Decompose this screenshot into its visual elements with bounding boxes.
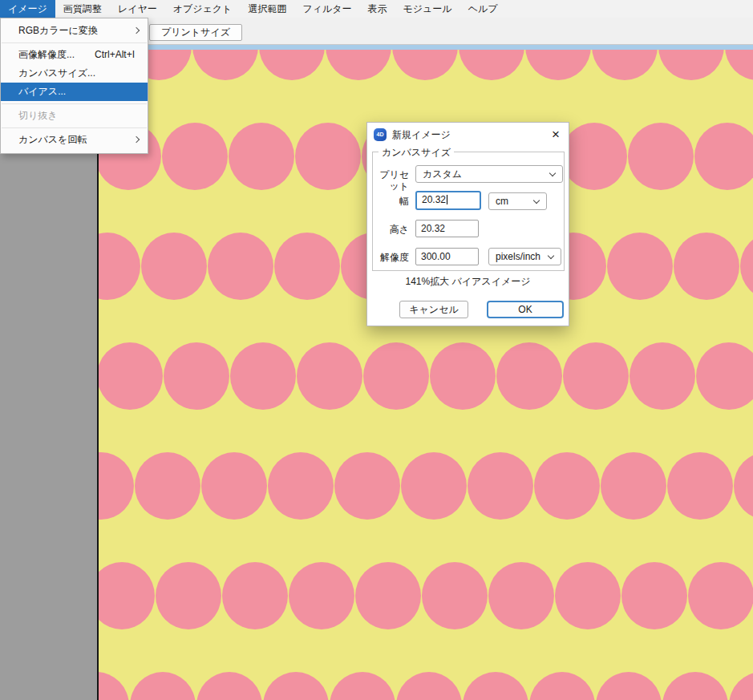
pattern-dot: [658, 45, 724, 80]
pattern-dot: [488, 562, 554, 629]
pattern-dot: [662, 672, 728, 700]
menu-item-label: バイアス...: [18, 86, 66, 97]
menu-adjust[interactable]: 画質調整: [55, 0, 110, 18]
pattern-dot: [525, 45, 591, 80]
pattern-dot: [222, 562, 288, 629]
ok-button[interactable]: OK: [487, 301, 564, 318]
chevron-down-icon: [548, 253, 554, 259]
pattern-dot: [201, 452, 267, 520]
text-caret: [447, 195, 447, 204]
submenu-arrow-icon: [133, 27, 140, 34]
pattern-dot: [601, 452, 666, 520]
height-field[interactable]: 20.32: [415, 220, 479, 237]
pattern-dot: [534, 452, 600, 520]
menu-selection[interactable]: 選択範囲: [240, 0, 294, 18]
pattern-dot: [468, 452, 533, 520]
pattern-dot: [263, 672, 329, 700]
pattern-dot: [289, 562, 354, 629]
width-unit-select[interactable]: cm: [488, 192, 547, 210]
pattern-dot: [555, 562, 621, 629]
pattern-dot: [135, 452, 200, 520]
pattern-dot: [297, 342, 362, 410]
pattern-dot: [529, 672, 595, 700]
resolution-value: 300.00: [421, 251, 451, 262]
menu-module[interactable]: モジュール: [395, 0, 460, 18]
group-label: カンバスサイズ: [379, 146, 454, 160]
menu-item-label: カンバスを回転: [18, 134, 87, 145]
pattern-dot: [99, 672, 129, 700]
pattern-dot: [99, 562, 155, 629]
pattern-dot: [162, 123, 228, 190]
pattern-dot: [694, 123, 753, 190]
pattern-dot: [628, 123, 694, 190]
menu-item-image-resolution[interactable]: 画像解像度... Ctrl+Alt+I: [1, 46, 148, 64]
height-label: 高さ: [370, 224, 409, 235]
width-value: 20.32: [422, 194, 446, 205]
image-menu-dropdown: RGBカラーに変換 画像解像度... Ctrl+Alt+I カンバスサイズ...…: [0, 18, 148, 154]
result-info-text: 141%拡大 バイアスイメージ: [367, 275, 569, 289]
menu-separator: [2, 127, 147, 128]
pattern-dot: [688, 562, 753, 629]
pattern-dot: [734, 452, 753, 520]
pattern-dot: [729, 672, 753, 700]
pattern-dot: [192, 45, 258, 80]
pattern-dot: [563, 342, 629, 410]
pattern-dot: [621, 562, 687, 629]
cancel-button[interactable]: キャンセル: [399, 301, 468, 318]
menu-layer[interactable]: レイヤー: [110, 0, 165, 18]
pattern-dot: [130, 672, 196, 700]
menu-view[interactable]: 表示: [360, 0, 395, 18]
pattern-dot: [230, 342, 296, 410]
menu-item-canvas-size[interactable]: カンバスサイズ...: [1, 64, 148, 83]
menu-item-label: 切り抜き: [18, 110, 58, 121]
pattern-dot: [295, 123, 361, 190]
pattern-dot: [208, 233, 273, 300]
chevron-down-icon: [533, 197, 540, 204]
resolution-unit-value: pixels/inch: [496, 251, 540, 262]
dialog-title: 新規イメージ: [392, 128, 451, 142]
pattern-dot: [630, 342, 695, 410]
close-icon[interactable]: ×: [543, 123, 569, 147]
pattern-dot: [596, 672, 662, 700]
pattern-dot: [268, 452, 334, 520]
pattern-dot: [326, 45, 391, 80]
pattern-dot: [463, 672, 528, 700]
menu-bar: イメージ 画質調整 レイヤー オブジェクト 選択範囲 フィルター 表示 モジュー…: [0, 0, 753, 18]
menu-object[interactable]: オブジェクト: [165, 0, 241, 18]
pattern-dot: [363, 342, 429, 410]
preset-value: カスタム: [423, 168, 462, 180]
menu-item-shortcut: Ctrl+Alt+I: [95, 46, 135, 64]
print-size-button[interactable]: プリントサイズ: [149, 24, 242, 41]
menu-item-bias[interactable]: バイアス...: [1, 83, 148, 101]
width-label: 幅: [370, 196, 409, 207]
pattern-dot: [259, 45, 325, 80]
pattern-dot: [430, 342, 496, 410]
resolution-label: 解像度: [370, 252, 409, 263]
pattern-dot: [334, 452, 400, 520]
menu-item-rgb-convert[interactable]: RGBカラーに変換: [1, 22, 148, 40]
pattern-dot: [355, 562, 421, 629]
pattern-dot: [725, 45, 753, 80]
pattern-dot: [396, 672, 462, 700]
dialog-titlebar[interactable]: 4D 新規イメージ ×: [367, 123, 569, 147]
resolution-field[interactable]: 300.00: [415, 248, 479, 265]
chevron-down-icon: [549, 170, 556, 176]
pattern-dot: [496, 342, 562, 410]
canvas-top-band: [99, 45, 753, 50]
menu-help[interactable]: ヘルプ: [460, 0, 506, 18]
pattern-dot: [401, 452, 467, 520]
preset-select[interactable]: カスタム: [415, 165, 563, 183]
menu-filter[interactable]: フィルター: [294, 0, 359, 18]
pattern-dot: [696, 342, 753, 410]
pattern-dot: [561, 123, 627, 190]
app-window: プリントサイズ イメージ 画質調整 レイヤー オブジェクト 選択範囲 フィルター…: [0, 0, 753, 700]
menu-image[interactable]: イメージ: [0, 0, 55, 18]
menu-item-label: RGBカラーに変換: [18, 25, 98, 36]
resolution-unit-select[interactable]: pixels/inch: [488, 248, 561, 265]
menu-item-rotate-canvas[interactable]: カンバスを回転: [1, 131, 148, 149]
width-field[interactable]: 20.32: [415, 191, 481, 210]
pattern-dot: [196, 672, 262, 700]
width-unit-value: cm: [496, 196, 508, 207]
menu-item-crop: 切り抜き: [1, 107, 148, 125]
menu-item-label: 画像解像度...: [18, 49, 75, 60]
